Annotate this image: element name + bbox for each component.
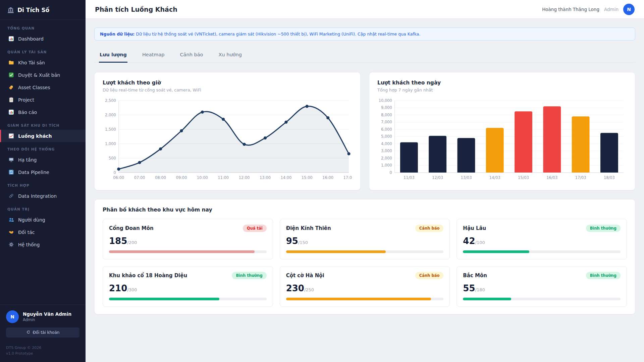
charts-row: Lượt khách theo giờ Dữ liệu real-time từ… bbox=[94, 72, 635, 190]
sidebar-item-asset-classes[interactable]: Asset Classes bbox=[0, 81, 86, 94]
sidebar-item-label: Hệ thống bbox=[18, 242, 40, 247]
content: Nguồn dữ liệu: Dữ liệu từ hệ thống soát … bbox=[86, 19, 644, 314]
occupancy-progress-fill bbox=[286, 250, 386, 253]
sidebar-item-duy-t-xu-t-b-n[interactable]: Duyệt & Xuất bản bbox=[0, 69, 86, 81]
daily-bar-chart: 01,0002,0003,0004,0005,0006,0007,0008,00… bbox=[377, 97, 627, 183]
sidebar-item-label: Báo cáo bbox=[18, 110, 37, 115]
hourly-visitors-card: Lượt khách theo giờ Dữ liệu real-time từ… bbox=[94, 72, 361, 190]
tab-l-u-l-ng[interactable]: Lưu lượng bbox=[99, 49, 127, 63]
current-count: 42 bbox=[463, 236, 475, 246]
area-name: Khu khảo cổ 18 Hoàng Diệu bbox=[109, 273, 187, 279]
occupancy-progress-fill bbox=[286, 298, 431, 300]
topbar: Phân tích Luồng Khách Hoàng thành Thăng … bbox=[86, 0, 644, 19]
sidebar-item-kho-t-i-s-n[interactable]: Kho Tài sản bbox=[0, 56, 86, 69]
sidebar-item-data-pipeline[interactable]: Data Pipeline bbox=[0, 166, 86, 178]
sidebar-item-project[interactable]: Project bbox=[0, 94, 86, 106]
svg-text:10,000: 10,000 bbox=[379, 98, 392, 103]
brand-logo[interactable]: Di Tích Số bbox=[0, 0, 86, 20]
svg-text:08:00: 08:00 bbox=[155, 175, 166, 180]
svg-text:8,000: 8,000 bbox=[381, 113, 392, 117]
tab-heatmap[interactable]: Heatmap bbox=[142, 49, 165, 63]
tab-xu-h-ng[interactable]: Xu hướng bbox=[218, 49, 242, 63]
svg-text:06:00: 06:00 bbox=[113, 175, 124, 180]
sidebar-item-lu-ng-kh-ch[interactable]: Luồng khách bbox=[0, 130, 86, 142]
bar-chart-icon bbox=[8, 109, 14, 115]
line-chart-svg: 05001,0001,5002,0002,50006:0007:0008:000… bbox=[103, 97, 352, 183]
sidebar-item-b-o-c-o[interactable]: Báo cáo bbox=[0, 106, 86, 118]
area-card: Bắc Môn Bình thường 55/180 bbox=[457, 266, 627, 307]
data-source-banner: Nguồn dữ liệu: Dữ liệu từ hệ thống soát … bbox=[94, 27, 635, 41]
area-name: Bắc Môn bbox=[463, 273, 487, 279]
check-icon bbox=[8, 72, 14, 78]
occupancy-progress-track bbox=[286, 298, 444, 300]
user-avatar: N bbox=[6, 310, 19, 323]
occupancy-progress-fill bbox=[109, 298, 219, 300]
daily-visitors-card: Lượt khách theo ngày Tổng hợp 7 ngày gần… bbox=[369, 72, 635, 190]
sidebar-item-h-t-ng[interactable]: Hạ tầng bbox=[0, 154, 86, 166]
sidebar-item-data-integration[interactable]: Data Integration bbox=[0, 190, 86, 202]
svg-text:3,000: 3,000 bbox=[381, 148, 392, 153]
svg-text:15:00: 15:00 bbox=[302, 175, 313, 180]
svg-text:1,000: 1,000 bbox=[381, 163, 392, 168]
folder-icon bbox=[8, 60, 14, 65]
sidebar-item-ng-i-d-ng[interactable]: Người dùng bbox=[0, 214, 86, 226]
sidebar-item--i-t-c[interactable]: Đối tác bbox=[0, 226, 86, 238]
svg-text:13:00: 13:00 bbox=[260, 175, 271, 180]
area-name: Cột cờ Hà Nội bbox=[286, 273, 324, 279]
daily-chart-title: Lượt khách theo ngày bbox=[377, 80, 627, 86]
svg-text:0: 0 bbox=[389, 170, 392, 175]
topbar-avatar[interactable]: N bbox=[623, 4, 635, 15]
user-name: Nguyễn Văn Admin bbox=[23, 311, 71, 317]
svg-text:1,000: 1,000 bbox=[105, 141, 116, 146]
areas-grid: Cổng Đoan Môn Quá tải 185/200 Điện Kính … bbox=[103, 219, 627, 307]
svg-text:0: 0 bbox=[114, 170, 116, 175]
sidebar-item-h-th-ng[interactable]: Hệ thống bbox=[0, 238, 86, 251]
svg-text:2,000: 2,000 bbox=[381, 156, 392, 161]
sidebar: Di Tích Số Tổng quanDashboardQuản lý tài… bbox=[0, 0, 86, 362]
hourly-chart-title: Lượt khách theo giờ bbox=[103, 80, 352, 86]
sidebar-item-label: Đối tác bbox=[18, 230, 35, 235]
capacity-count: /180 bbox=[475, 287, 485, 292]
occupancy-progress-track bbox=[286, 250, 444, 253]
occupancy-progress-fill bbox=[463, 298, 511, 300]
capacity-count: /300 bbox=[127, 287, 137, 292]
banner-text: Dữ liệu từ hệ thống soát vé (VNTicket), … bbox=[135, 32, 420, 37]
sidebar-item-label: Asset Classes bbox=[18, 85, 50, 90]
nav-section-label: Giám sát khu di tích bbox=[0, 118, 86, 130]
svg-text:12:00: 12:00 bbox=[239, 175, 250, 180]
area-card: Hậu Lâu Bình thường 42/100 bbox=[457, 219, 627, 259]
site-name: Hoàng thành Thăng Long bbox=[542, 7, 599, 12]
current-count: 95 bbox=[286, 236, 298, 246]
status-badge: Quá tải bbox=[243, 225, 267, 232]
sidebar-item-label: Duyệt & Xuất bản bbox=[18, 72, 60, 78]
area-distribution-title: Phân bố khách theo khu vực hôm nay bbox=[103, 207, 627, 213]
capacity-count: /100 bbox=[475, 240, 485, 245]
nav-section-label: Tổng quan bbox=[0, 21, 86, 33]
svg-text:14/03: 14/03 bbox=[489, 175, 500, 180]
version-text: v1.0 Prototype bbox=[6, 351, 79, 357]
svg-text:5,000: 5,000 bbox=[381, 134, 392, 139]
svg-text:10:00: 10:00 bbox=[197, 175, 208, 180]
svg-text:500: 500 bbox=[109, 156, 116, 161]
copyright-text: DTS Group © 2026 bbox=[6, 345, 79, 351]
link-icon bbox=[8, 193, 14, 199]
svg-text:6,000: 6,000 bbox=[381, 127, 392, 132]
svg-text:15/03: 15/03 bbox=[518, 175, 529, 180]
gear-icon bbox=[8, 242, 14, 247]
area-name: Cổng Đoan Môn bbox=[109, 225, 154, 231]
sidebar-item-label: Data Integration bbox=[18, 193, 57, 199]
switch-account-button[interactable]: Đổi tài khoản bbox=[6, 327, 79, 338]
sidebar-item-label: Kho Tài sản bbox=[18, 60, 45, 65]
svg-text:2,500: 2,500 bbox=[105, 98, 116, 103]
svg-text:1,500: 1,500 bbox=[105, 127, 116, 132]
nav-section-label: Tích hợp bbox=[0, 178, 86, 190]
svg-text:17/03: 17/03 bbox=[575, 175, 586, 180]
area-card: Cổng Đoan Môn Quá tải 185/200 bbox=[103, 219, 273, 259]
sidebar-item-dashboard[interactable]: Dashboard bbox=[0, 33, 86, 45]
sidebar-item-label: Luồng khách bbox=[18, 133, 52, 139]
sidebar-item-label: Hạ tầng bbox=[18, 157, 37, 163]
tab-c-nh-b-o[interactable]: Cảnh báo bbox=[179, 49, 204, 63]
svg-text:11/03: 11/03 bbox=[404, 175, 415, 180]
area-distribution-card: Phân bố khách theo khu vực hôm nay Cổng … bbox=[94, 199, 635, 314]
tab-bar: Lưu lượngHeatmapCảnh báoXu hướng bbox=[94, 49, 635, 63]
